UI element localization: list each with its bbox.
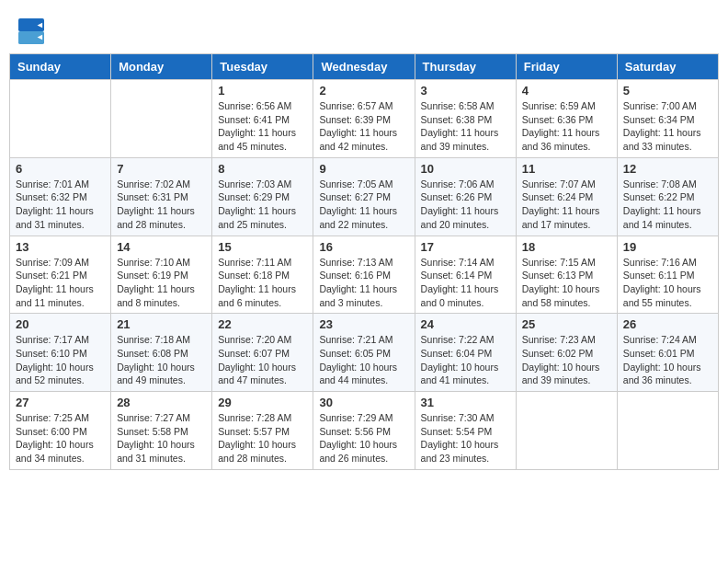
calendar-cell: 24Sunrise: 7:22 AM Sunset: 6:04 PM Dayli… (415, 314, 516, 392)
day-info: Sunrise: 6:59 AM Sunset: 6:36 PM Dayligh… (522, 99, 611, 154)
day-info: Sunrise: 7:29 AM Sunset: 5:56 PM Dayligh… (319, 411, 408, 465)
day-info: Sunrise: 7:23 AM Sunset: 6:02 PM Dayligh… (522, 333, 611, 387)
day-number: 5 (623, 84, 712, 98)
day-info: Sunrise: 7:11 AM Sunset: 6:18 PM Dayligh… (218, 256, 307, 310)
day-info: Sunrise: 7:28 AM Sunset: 5:57 PM Dayligh… (218, 411, 307, 465)
calendar-cell: 3Sunrise: 6:58 AM Sunset: 6:38 PM Daylig… (415, 80, 516, 158)
day-info: Sunrise: 7:24 AM Sunset: 6:01 PM Dayligh… (623, 333, 712, 387)
calendar-cell: 2Sunrise: 6:57 AM Sunset: 6:39 PM Daylig… (313, 80, 415, 158)
calendar-cell: 12Sunrise: 7:08 AM Sunset: 6:22 PM Dayli… (617, 157, 718, 236)
day-info: Sunrise: 7:03 AM Sunset: 6:29 PM Dayligh… (218, 178, 307, 232)
dow-header: Saturday (617, 54, 718, 80)
day-number: 4 (522, 84, 611, 98)
dow-header: Wednesday (313, 54, 415, 80)
calendar-week-row: 1Sunrise: 6:56 AM Sunset: 6:41 PM Daylig… (10, 80, 719, 158)
dow-header: Sunday (10, 54, 111, 80)
day-info: Sunrise: 6:57 AM Sunset: 6:39 PM Dayligh… (319, 99, 408, 154)
day-info: Sunrise: 7:02 AM Sunset: 6:31 PM Dayligh… (117, 178, 206, 232)
calendar-cell (617, 392, 718, 470)
calendar-cell: 4Sunrise: 6:59 AM Sunset: 6:36 PM Daylig… (516, 80, 617, 158)
calendar-week-row: 20Sunrise: 7:17 AM Sunset: 6:10 PM Dayli… (10, 314, 719, 392)
day-info: Sunrise: 7:20 AM Sunset: 6:07 PM Dayligh… (218, 333, 307, 387)
day-info: Sunrise: 7:21 AM Sunset: 6:05 PM Dayligh… (319, 333, 408, 387)
calendar-cell: 27Sunrise: 7:25 AM Sunset: 6:00 PM Dayli… (10, 392, 111, 470)
calendar-cell: 23Sunrise: 7:21 AM Sunset: 6:05 PM Dayli… (313, 314, 415, 392)
day-info: Sunrise: 7:15 AM Sunset: 6:13 PM Dayligh… (522, 256, 611, 310)
calendar-cell: 8Sunrise: 7:03 AM Sunset: 6:29 PM Daylig… (212, 157, 313, 236)
day-number: 15 (218, 240, 307, 254)
day-number: 14 (117, 240, 206, 254)
dow-header: Friday (516, 54, 617, 80)
day-info: Sunrise: 6:56 AM Sunset: 6:41 PM Dayligh… (218, 99, 307, 154)
day-info: Sunrise: 7:17 AM Sunset: 6:10 PM Dayligh… (16, 333, 105, 387)
day-info: Sunrise: 7:01 AM Sunset: 6:32 PM Dayligh… (16, 178, 105, 232)
calendar-cell: 5Sunrise: 7:00 AM Sunset: 6:34 PM Daylig… (617, 80, 718, 158)
calendar-table: SundayMondayTuesdayWednesdayThursdayFrid… (9, 53, 719, 470)
calendar-cell: 21Sunrise: 7:18 AM Sunset: 6:08 PM Dayli… (111, 314, 212, 392)
day-info: Sunrise: 7:00 AM Sunset: 6:34 PM Dayligh… (623, 99, 712, 154)
calendar-cell: 18Sunrise: 7:15 AM Sunset: 6:13 PM Dayli… (516, 236, 617, 314)
day-number: 20 (16, 317, 105, 331)
calendar-cell (10, 80, 111, 158)
day-number: 9 (319, 162, 408, 176)
day-info: Sunrise: 7:30 AM Sunset: 5:54 PM Dayligh… (421, 411, 510, 465)
calendar-cell: 30Sunrise: 7:29 AM Sunset: 5:56 PM Dayli… (313, 392, 415, 470)
dow-header: Tuesday (212, 54, 313, 80)
day-number: 7 (117, 162, 206, 176)
day-number: 12 (623, 162, 712, 176)
dow-header: Thursday (415, 54, 516, 80)
calendar-cell: 9Sunrise: 7:05 AM Sunset: 6:27 PM Daylig… (313, 157, 415, 236)
day-number: 24 (421, 317, 510, 331)
day-number: 10 (421, 162, 510, 176)
day-number: 30 (319, 396, 408, 409)
day-info: Sunrise: 7:08 AM Sunset: 6:22 PM Dayligh… (623, 178, 712, 232)
day-number: 19 (623, 240, 712, 254)
calendar-week-row: 13Sunrise: 7:09 AM Sunset: 6:21 PM Dayli… (10, 236, 719, 314)
day-number: 3 (421, 84, 510, 98)
day-number: 13 (16, 240, 105, 254)
day-info: Sunrise: 7:22 AM Sunset: 6:04 PM Dayligh… (421, 333, 510, 387)
dow-header: Monday (111, 54, 212, 80)
calendar-cell: 11Sunrise: 7:07 AM Sunset: 6:24 PM Dayli… (516, 157, 617, 236)
calendar-cell: 14Sunrise: 7:10 AM Sunset: 6:19 PM Dayli… (111, 236, 212, 314)
day-info: Sunrise: 7:14 AM Sunset: 6:14 PM Dayligh… (421, 256, 510, 310)
logo-icon (18, 18, 44, 44)
calendar-cell: 22Sunrise: 7:20 AM Sunset: 6:07 PM Dayli… (212, 314, 313, 392)
calendar-cell: 20Sunrise: 7:17 AM Sunset: 6:10 PM Dayli… (10, 314, 111, 392)
day-number: 29 (218, 396, 307, 409)
day-info: Sunrise: 7:06 AM Sunset: 6:26 PM Dayligh… (421, 178, 510, 232)
calendar-cell: 25Sunrise: 7:23 AM Sunset: 6:02 PM Dayli… (516, 314, 617, 392)
day-info: Sunrise: 7:25 AM Sunset: 6:00 PM Dayligh… (16, 411, 105, 465)
calendar-cell: 1Sunrise: 6:56 AM Sunset: 6:41 PM Daylig… (212, 80, 313, 158)
day-number: 22 (218, 317, 307, 331)
calendar-cell (111, 80, 212, 158)
day-number: 23 (319, 317, 408, 331)
day-number: 28 (117, 396, 206, 409)
day-number: 25 (522, 317, 611, 331)
calendar-cell (516, 392, 617, 470)
calendar-cell: 16Sunrise: 7:13 AM Sunset: 6:16 PM Dayli… (313, 236, 415, 314)
calendar-week-row: 27Sunrise: 7:25 AM Sunset: 6:00 PM Dayli… (10, 392, 719, 470)
day-number: 26 (623, 317, 712, 331)
day-number: 21 (117, 317, 206, 331)
calendar-cell: 13Sunrise: 7:09 AM Sunset: 6:21 PM Dayli… (10, 236, 111, 314)
day-info: Sunrise: 7:09 AM Sunset: 6:21 PM Dayligh… (16, 256, 105, 310)
calendar-cell: 28Sunrise: 7:27 AM Sunset: 5:58 PM Dayli… (111, 392, 212, 470)
calendar-cell: 19Sunrise: 7:16 AM Sunset: 6:11 PM Dayli… (617, 236, 718, 314)
day-info: Sunrise: 7:27 AM Sunset: 5:58 PM Dayligh… (117, 411, 206, 465)
calendar-cell: 17Sunrise: 7:14 AM Sunset: 6:14 PM Dayli… (415, 236, 516, 314)
calendar-body: 1Sunrise: 6:56 AM Sunset: 6:41 PM Daylig… (10, 80, 719, 470)
calendar-header-row: SundayMondayTuesdayWednesdayThursdayFrid… (10, 54, 719, 80)
day-number: 6 (16, 162, 105, 176)
day-number: 18 (522, 240, 611, 254)
calendar-cell: 15Sunrise: 7:11 AM Sunset: 6:18 PM Dayli… (212, 236, 313, 314)
calendar-cell: 26Sunrise: 7:24 AM Sunset: 6:01 PM Dayli… (617, 314, 718, 392)
day-number: 31 (421, 396, 510, 409)
calendar-header (9, 9, 719, 49)
day-info: Sunrise: 7:16 AM Sunset: 6:11 PM Dayligh… (623, 256, 712, 310)
calendar-cell: 29Sunrise: 7:28 AM Sunset: 5:57 PM Dayli… (212, 392, 313, 470)
day-info: Sunrise: 7:07 AM Sunset: 6:24 PM Dayligh… (522, 178, 611, 232)
day-number: 8 (218, 162, 307, 176)
day-number: 1 (218, 84, 307, 98)
calendar-cell: 10Sunrise: 7:06 AM Sunset: 6:26 PM Dayli… (415, 157, 516, 236)
